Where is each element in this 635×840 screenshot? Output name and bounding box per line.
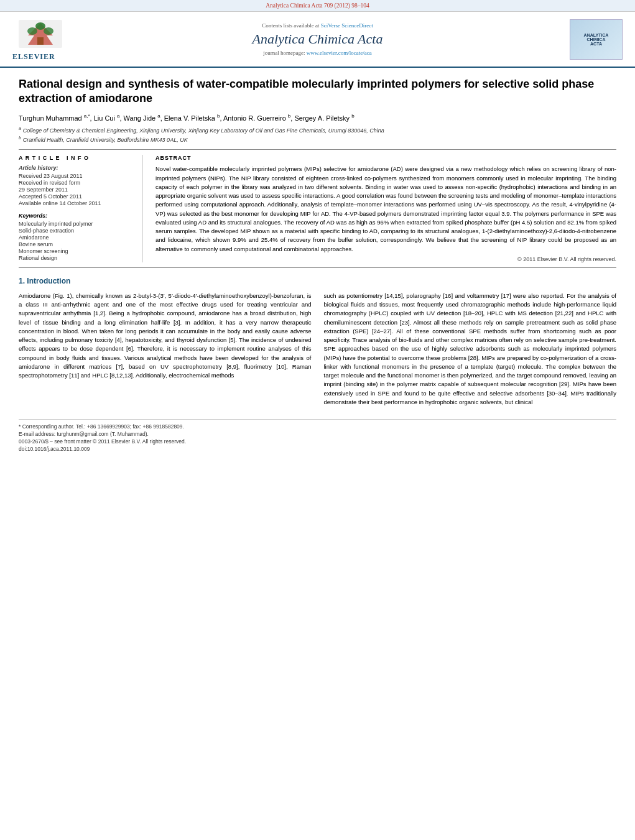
doi-line: doi:10.1016/j.aca.2011.10.009 bbox=[19, 446, 616, 452]
revised-date: 29 September 2011 bbox=[19, 187, 133, 193]
info-abstract-section: A R T I C L E I N F O Article history: R… bbox=[19, 155, 616, 262]
copyright-notice: © 2011 Elsevier B.V. All rights reserved… bbox=[155, 256, 616, 262]
body-two-col: Amiodarone (Fig. 1), chemically known as… bbox=[19, 292, 616, 407]
keyword-4: Bovine serum bbox=[19, 241, 133, 247]
received-date: Received 23 August 2011 bbox=[19, 173, 133, 179]
homepage-url-link[interactable]: www.elsevier.com/locate/aca bbox=[307, 50, 372, 56]
homepage-label: journal homepage: bbox=[263, 50, 305, 56]
keyword-6: Rational design bbox=[19, 255, 133, 261]
title-divider bbox=[19, 149, 616, 150]
main-content: Rational design and synthesis of water-c… bbox=[0, 68, 635, 463]
available-date: Available online 14 October 2011 bbox=[19, 200, 133, 206]
section1-number: 1. bbox=[19, 277, 25, 285]
journal-name-title: Analytica Chimica Acta bbox=[75, 31, 560, 47]
body-col-left: Amiodarone (Fig. 1), chemically known as… bbox=[19, 292, 312, 407]
intro-col1-text: Amiodarone (Fig. 1), chemically known as… bbox=[19, 292, 312, 381]
keywords-label: Keywords: bbox=[19, 213, 133, 219]
journal-citation-bar: Analytica Chimica Acta 709 (2012) 98–104 bbox=[0, 0, 635, 12]
abstract-body-divider bbox=[19, 267, 616, 268]
authors-line: Turghun Muhammad a,*, Liu Cui a, Wang Ji… bbox=[19, 114, 616, 122]
aca-logo-area: ANALYTICA CHIMICA ACTA bbox=[560, 19, 623, 60]
keywords-section: Keywords: Molecularly imprinted polymer … bbox=[19, 213, 133, 261]
sciverse-line: Contents lists available at SciVerse Sci… bbox=[75, 22, 560, 29]
svg-rect-2 bbox=[37, 37, 44, 45]
elsevier-logo-area: ELSEVIER bbox=[12, 17, 75, 62]
svg-point-5 bbox=[35, 22, 45, 30]
issn-line: 0003-2670/$ – see front matter © 2011 El… bbox=[19, 438, 616, 445]
footnote-email: E-mail address: turghunm@gmail.com (T. M… bbox=[19, 431, 616, 437]
received-revised-label: Received in revised form bbox=[19, 180, 133, 186]
affiliation-a: a College of Chemistry & Chemical Engine… bbox=[19, 126, 616, 134]
affiliation-b: b Cranfield Health, Cranfield University… bbox=[19, 135, 616, 143]
article-info-label: A R T I C L E I N F O bbox=[19, 155, 133, 161]
elsevier-brand-name: ELSEVIER bbox=[12, 52, 75, 62]
sciverse-link[interactable]: SciVerse ScienceDirect bbox=[321, 22, 373, 29]
homepage-url-text: www.elsevier.com/locate/aca bbox=[307, 50, 372, 56]
journal-header: ELSEVIER Contents lists available at Sci… bbox=[0, 12, 635, 68]
footnote-corresponding: * Corresponding author. Tel.: +86 136699… bbox=[19, 423, 616, 430]
keyword-5: Monomer screening bbox=[19, 248, 133, 254]
journal-title-area: Contents lists available at SciVerse Sci… bbox=[75, 22, 560, 56]
affiliation-b-text: Cranfield Health, Cranfield University, … bbox=[23, 137, 188, 143]
elsevier-logo bbox=[12, 17, 68, 51]
accepted-date: Accepted 5 October 2011 bbox=[19, 193, 133, 200]
elsevier-logo-icon bbox=[19, 20, 62, 48]
abstract-column: ABSTRACT Novel water-compatible molecula… bbox=[155, 155, 616, 262]
affiliation-a-text: College of Chemistry & Chemical Engineer… bbox=[23, 127, 384, 134]
contents-text: Contents lists available at bbox=[262, 22, 319, 29]
svg-point-4 bbox=[44, 27, 53, 35]
aca-logo-line3: ACTA bbox=[590, 42, 602, 46]
footnote1-text: * Corresponding author. Tel.: +86 136699… bbox=[19, 423, 184, 430]
section1-title-text: Introduction bbox=[27, 277, 70, 285]
abstract-label: ABSTRACT bbox=[155, 155, 616, 161]
journal-citation-text: Analytica Chimica Acta 709 (2012) 98–104 bbox=[266, 2, 369, 9]
footnote2-text: E-mail address: turghunm@gmail.com (T. M… bbox=[19, 431, 149, 437]
history-label: Article history: bbox=[19, 165, 133, 171]
keyword-2: Solid-phase extraction bbox=[19, 228, 133, 234]
keyword-1: Molecularly imprinted polymer bbox=[19, 221, 133, 227]
aca-logo-box: ANALYTICA CHIMICA ACTA bbox=[570, 19, 623, 60]
aca-logo-line2: CHIMICA bbox=[587, 37, 606, 42]
authors-text: Turghun Muhammad a,*, Liu Cui a, Wang Ji… bbox=[19, 114, 355, 122]
journal-homepage-line: journal homepage: www.elsevier.com/locat… bbox=[75, 50, 560, 56]
abstract-text: Novel water-compatible molecularly impri… bbox=[155, 165, 616, 254]
article-title: Rational design and synthesis of water-c… bbox=[19, 77, 616, 106]
section1-title: 1. Introduction bbox=[19, 277, 616, 285]
svg-point-3 bbox=[27, 27, 37, 35]
keyword-3: Amiodarone bbox=[19, 234, 133, 241]
sciverse-link-text: SciVerse ScienceDirect bbox=[321, 22, 373, 29]
intro-col2-text: such as potentiometry [14,15], polarogra… bbox=[324, 292, 617, 407]
aca-logo-line1: ANALYTICA bbox=[584, 33, 609, 37]
article-info-column: A R T I C L E I N F O Article history: R… bbox=[19, 155, 143, 262]
affiliations: a College of Chemistry & Chemical Engine… bbox=[19, 126, 616, 143]
article-footer: * Corresponding author. Tel.: +86 136699… bbox=[19, 419, 616, 452]
body-col-right: such as potentiometry [14,15], polarogra… bbox=[324, 292, 617, 407]
article-history: Article history: Received 23 August 2011… bbox=[19, 165, 133, 206]
